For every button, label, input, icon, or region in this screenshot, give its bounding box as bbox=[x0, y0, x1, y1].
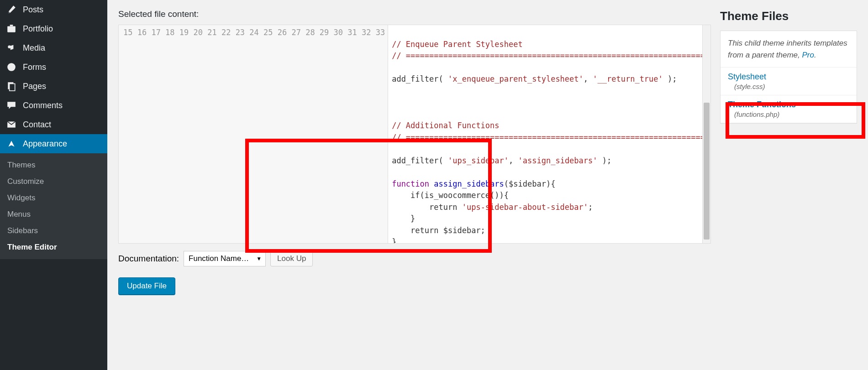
documentation-label: Documentation: bbox=[118, 254, 179, 264]
code-editor[interactable]: 15 16 17 18 19 20 21 22 23 24 25 26 27 2… bbox=[118, 25, 711, 244]
sidebar-item-label: Comments bbox=[23, 101, 63, 110]
svg-rect-1 bbox=[10, 25, 13, 26]
sidebar-item-label: Contact bbox=[23, 120, 51, 130]
submenu-item-customize[interactable]: Customize bbox=[0, 173, 107, 190]
main-content: Selected file content: 15 16 17 18 19 20… bbox=[107, 0, 868, 370]
lookup-button[interactable]: Look Up bbox=[270, 251, 313, 266]
theme-files-panel: This child theme inherits templates from… bbox=[720, 31, 857, 124]
sidebar-item-label: Media bbox=[23, 43, 45, 53]
sidebar-item-label: Portfolio bbox=[23, 24, 53, 34]
contact-icon bbox=[5, 120, 17, 130]
line-number-gutter: 15 16 17 18 19 20 21 22 23 24 25 26 27 2… bbox=[119, 25, 388, 243]
submenu-item-menus[interactable]: Menus bbox=[0, 206, 107, 223]
admin-sidebar: PostsPortfolioMediaFormsPagesCommentsCon… bbox=[0, 0, 107, 370]
file-detail: (style.css) bbox=[728, 83, 849, 90]
submenu-item-widgets[interactable]: Widgets bbox=[0, 190, 107, 206]
selected-file-label: Selected file content: bbox=[118, 9, 711, 19]
sidebar-item-label: Forms bbox=[23, 63, 46, 72]
appearance-icon bbox=[5, 139, 17, 149]
sidebar-item-label: Pages bbox=[23, 82, 46, 91]
file-name: Theme Functions bbox=[728, 100, 849, 109]
svg-rect-0 bbox=[7, 26, 16, 32]
pages-icon bbox=[5, 81, 17, 91]
file-name: Stylesheet bbox=[728, 72, 849, 82]
media-icon bbox=[5, 43, 17, 53]
svg-rect-5 bbox=[10, 84, 15, 91]
update-file-button[interactable]: Update File bbox=[118, 277, 175, 295]
function-name-select[interactable]: Function Name… bbox=[184, 251, 266, 266]
sidebar-item-appearance[interactable]: Appearance bbox=[0, 134, 107, 153]
sidebar-item-forms[interactable]: Forms bbox=[0, 57, 107, 77]
editor-scrollbar[interactable] bbox=[702, 25, 710, 243]
file-detail: (functions.php) bbox=[728, 110, 849, 118]
svg-point-3 bbox=[7, 63, 16, 71]
sidebar-item-comments[interactable]: Comments bbox=[0, 96, 107, 115]
file-item-style-css[interactable]: Stylesheet(style.css) bbox=[721, 68, 857, 95]
child-theme-note: This child theme inherits templates from… bbox=[721, 31, 857, 68]
forms-icon bbox=[5, 62, 17, 72]
portfolio-icon bbox=[5, 24, 17, 34]
appearance-submenu: ThemesCustomizeWidgetsMenusSidebarsTheme… bbox=[0, 153, 107, 259]
sidebar-item-media[interactable]: Media bbox=[0, 38, 107, 57]
sidebar-item-posts[interactable]: Posts bbox=[0, 0, 107, 19]
code-content[interactable]: // Enqueue Parent Stylesheet // ========… bbox=[388, 25, 710, 243]
sidebar-item-pages[interactable]: Pages bbox=[0, 77, 107, 96]
parent-theme-link[interactable]: Pro bbox=[802, 51, 814, 59]
sidebar-item-label: Posts bbox=[23, 5, 43, 15]
sidebar-item-contact[interactable]: Contact bbox=[0, 115, 107, 134]
scrollbar-thumb[interactable] bbox=[704, 103, 710, 240]
submenu-item-theme-editor[interactable]: Theme Editor bbox=[0, 239, 107, 255]
sidebar-item-label: Appearance bbox=[23, 139, 67, 149]
file-item-functions-php[interactable]: Theme Functions(functions.php) bbox=[721, 95, 857, 123]
submenu-item-themes[interactable]: Themes bbox=[0, 157, 107, 173]
submenu-item-sidebars[interactable]: Sidebars bbox=[0, 223, 107, 239]
comments-icon bbox=[5, 100, 17, 110]
theme-files-heading: Theme Files bbox=[720, 9, 857, 23]
posts-icon bbox=[5, 5, 17, 15]
sidebar-item-portfolio[interactable]: Portfolio bbox=[0, 19, 107, 38]
